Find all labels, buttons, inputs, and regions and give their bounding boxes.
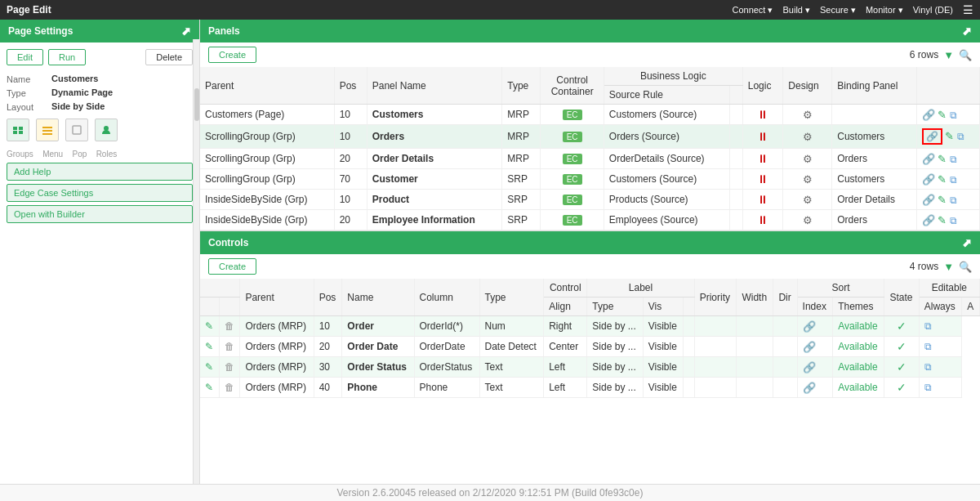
right-container: Panels ⬈ Create 6 rows ▼ 🔍 Parent Pos [200, 20, 980, 501]
copy-a-icon[interactable]: ⧉ [924, 341, 932, 352]
ctrl-trash-icon[interactable]: 🗑 [219, 337, 240, 357]
panels-expand-icon[interactable]: ⬈ [962, 25, 972, 38]
link-icon[interactable]: 🔗 [922, 109, 935, 121]
ctrl-trash-icon[interactable]: 🗑 [219, 316, 240, 337]
edit-icon[interactable]: ✎ [938, 153, 947, 165]
edit-pencil-icon[interactable]: ✎ [205, 320, 213, 332]
page-settings-expand-icon[interactable]: ⬈ [181, 25, 191, 38]
nav-secure[interactable]: Secure ▾ [817, 5, 859, 16]
edit-pencil-icon[interactable]: ✎ [205, 361, 213, 373]
gear-icon[interactable]: ⚙ [803, 109, 813, 121]
copy-icon[interactable]: ⧉ [957, 131, 964, 142]
panel-pos: 20 [334, 149, 367, 169]
ctrl-name: Order Status [342, 357, 414, 378]
copy-a-icon[interactable]: ⧉ [924, 361, 932, 373]
controls-search-icon[interactable]: 🔍 [959, 261, 972, 273]
cth-trash [219, 297, 240, 316]
open-builder-button[interactable]: Open with Builder [7, 205, 193, 223]
link-icon[interactable]: 🔗 [922, 153, 935, 165]
panels-table-row[interactable]: ScrollingGroup (Grp) 10 Orders MRP EC Or… [200, 125, 980, 149]
left-scroll-thumb[interactable] [194, 88, 199, 121]
ctrl-edit-icon[interactable]: ✎ [200, 337, 219, 357]
ctrl-parent: Orders (MRP) [240, 378, 314, 398]
panels-section: Panels ⬈ Create 6 rows ▼ 🔍 Parent Pos [200, 20, 980, 231]
themes-link-icon[interactable]: 🔗 [803, 320, 816, 333]
trash-icon[interactable]: 🗑 [225, 320, 234, 332]
link-icon[interactable]: 🔗 [922, 214, 935, 226]
edit-icon[interactable]: ✎ [938, 109, 947, 121]
run-button[interactable]: Run [48, 49, 86, 65]
panels-create-button[interactable]: Create [208, 47, 256, 63]
copy-icon[interactable]: ⧉ [950, 174, 957, 186]
cth-sort-index: Index [797, 297, 833, 316]
gear-icon[interactable]: ⚙ [803, 131, 813, 143]
edit-icon[interactable]: ✎ [938, 173, 947, 186]
panels-toolbar: Create 6 rows ▼ 🔍 [200, 42, 980, 67]
panel-design: ⚙ [783, 125, 832, 149]
gear-icon[interactable]: ⚙ [803, 173, 813, 186]
controls-table-row[interactable]: ✎ 🗑 Orders (MRP) 30 Order Status OrderSt… [200, 357, 980, 378]
hamburger-icon[interactable]: ☰ [963, 3, 973, 16]
ctrl-edit-icon[interactable]: ✎ [200, 378, 219, 398]
controls-create-button[interactable]: Create [208, 258, 256, 275]
ctrl-trash-icon[interactable]: 🗑 [219, 357, 240, 378]
edit-button[interactable]: Edit [7, 49, 43, 65]
copy-icon[interactable]: ⧉ [950, 195, 957, 206]
name-value: Customers [51, 74, 98, 83]
cth-parent: Parent [240, 279, 314, 316]
themes-link-icon[interactable]: 🔗 [803, 361, 816, 374]
add-help-button[interactable]: Add Help [7, 163, 193, 181]
panels-table-row[interactable]: ScrollingGroup (Grp) 70 Customer SRP EC … [200, 169, 980, 190]
th-type: Type [502, 67, 541, 105]
roles-button[interactable] [95, 119, 118, 141]
link-icon[interactable]: 🔗 [922, 173, 935, 186]
edit-icon[interactable]: ✎ [945, 130, 954, 142]
panels-table-row[interactable]: InsideSideBySide (Grp) 10 Product SRP EC… [200, 190, 980, 210]
panels-search-icon[interactable]: 🔍 [959, 49, 972, 61]
ctrl-edit-icon[interactable]: ✎ [200, 357, 219, 378]
copy-a-icon[interactable]: ⧉ [924, 382, 932, 393]
panels-table-row[interactable]: InsideSideBySide (Grp) 20 Employee Infor… [200, 210, 980, 230]
themes-link-icon[interactable]: 🔗 [803, 382, 816, 394]
ctrl-trash-icon[interactable]: 🗑 [219, 378, 240, 398]
menu-button[interactable] [36, 119, 59, 141]
panels-filter-icon[interactable]: ▼ [943, 49, 954, 61]
edit-run-row: Edit Run Delete [7, 49, 193, 65]
delete-button[interactable]: Delete [145, 49, 193, 65]
ctrl-edit-icon[interactable]: ✎ [200, 316, 219, 337]
nav-vinyl[interactable]: Vinyl (DE) [910, 5, 956, 15]
panels-table-row[interactable]: ScrollingGroup (Grp) 20 Order Details MR… [200, 149, 980, 169]
controls-table-row[interactable]: ✎ 🗑 Orders (MRP) 40 Phone Phone Text Lef… [200, 378, 980, 398]
link-icon[interactable]: 🔗 [922, 194, 935, 206]
controls-table-row[interactable]: ✎ 🗑 Orders (MRP) 10 Order OrderId(*) Num… [200, 316, 980, 337]
trash-icon[interactable]: 🗑 [225, 341, 234, 352]
nav-build[interactable]: Build ▾ [779, 5, 813, 16]
gear-icon[interactable]: ⚙ [803, 194, 813, 206]
trash-icon[interactable]: 🗑 [225, 382, 234, 393]
cth-control-group: Control [544, 279, 587, 297]
edge-case-button[interactable]: Edge Case Settings [7, 184, 193, 202]
copy-a-icon[interactable]: ⧉ [924, 320, 932, 332]
themes-link-icon[interactable]: 🔗 [803, 341, 816, 353]
nav-monitor[interactable]: Monitor ▾ [862, 5, 906, 16]
groups-button[interactable] [7, 119, 29, 141]
edit-icon[interactable]: ✎ [938, 194, 947, 206]
controls-table-row[interactable]: ✎ 🗑 Orders (MRP) 20 Order Date OrderDate… [200, 337, 980, 357]
controls-expand-icon[interactable]: ⬈ [962, 236, 972, 249]
copy-icon[interactable]: ⧉ [950, 110, 957, 121]
pop-label: Pop [73, 150, 87, 159]
trash-icon[interactable]: 🗑 [225, 361, 234, 373]
nav-connect[interactable]: Connect ▾ [728, 5, 776, 16]
copy-icon[interactable]: ⧉ [950, 154, 957, 165]
edit-pencil-icon[interactable]: ✎ [205, 341, 213, 352]
edit-pencil-icon[interactable]: ✎ [205, 382, 213, 393]
pop-button[interactable] [65, 119, 88, 141]
copy-icon[interactable]: ⧉ [950, 215, 957, 226]
ctrl-column: OrderDate [414, 337, 479, 357]
highlighted-link-icon[interactable]: 🔗 [922, 128, 942, 145]
controls-filter-icon[interactable]: ▼ [943, 261, 954, 273]
gear-icon[interactable]: ⚙ [803, 153, 813, 165]
panels-table-row[interactable]: Customers (Page) 10 Customers MRP EC Cus… [200, 105, 980, 125]
edit-icon[interactable]: ✎ [938, 214, 947, 226]
gear-icon[interactable]: ⚙ [803, 214, 813, 226]
